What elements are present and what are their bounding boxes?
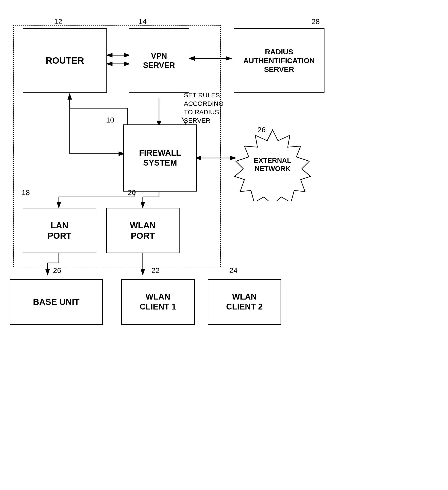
external-network-starburst: EXTERNALNETWORK xyxy=(234,128,311,201)
wlan-client1-box: WLANCLIENT 1 xyxy=(121,279,195,325)
ref-26-base: 26 xyxy=(53,266,61,275)
base-unit-box: BASE UNIT xyxy=(10,279,103,325)
vpn-server-box: VPNSERVER xyxy=(129,28,189,93)
wlan-client2-box: WLANCLIENT 2 xyxy=(208,279,281,325)
diagram-container: 12 14 28 ROUTER VPNSERVER RADIUSAUTHENTI… xyxy=(0,0,448,490)
router-box: ROUTER xyxy=(23,28,107,93)
firewall-box: FIREWALLSYSTEM xyxy=(123,124,197,192)
radius-server-box: RADIUSAUTHENTIFICATIONSERVER xyxy=(234,28,325,93)
ref-14: 14 xyxy=(138,17,147,26)
ref-28: 28 xyxy=(311,17,320,26)
wlan-port-box: WLANPORT xyxy=(106,208,180,253)
lan-port-box: LANPORT xyxy=(23,208,96,253)
ref-22: 22 xyxy=(151,266,160,275)
ref-24: 24 xyxy=(229,266,238,275)
ref-10: 10 xyxy=(106,116,114,124)
ref-20: 20 xyxy=(128,188,136,197)
ref-18: 18 xyxy=(22,188,30,197)
set-rules-label: SET RULESACCORDINGTO RADIUSSERVER xyxy=(184,91,224,125)
ref-12: 12 xyxy=(54,17,62,26)
